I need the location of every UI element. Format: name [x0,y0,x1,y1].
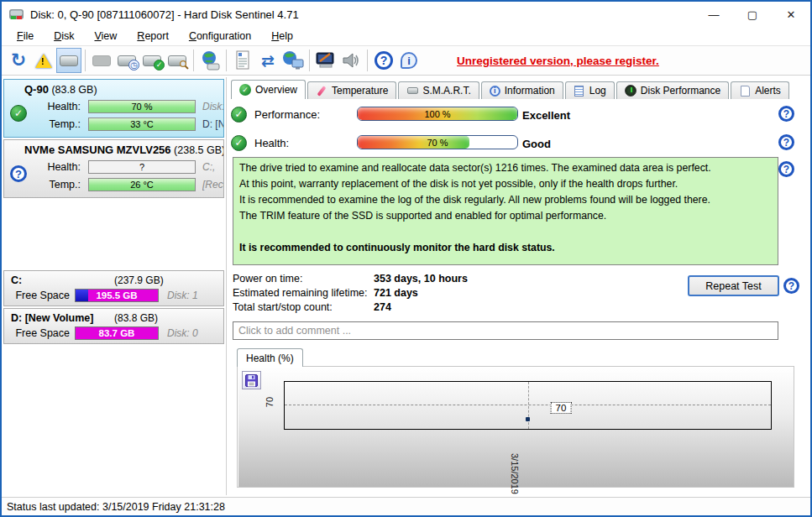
refresh-icon[interactable]: ↻ [6,48,31,73]
toolbar-separator [193,50,194,71]
status-line: The TRIM feature of the SSD is supported… [239,208,772,224]
volume-letters: C:, [202,161,223,173]
comment-input[interactable] [233,321,778,340]
toolbar-separator [309,50,310,71]
disk-number: Disk: 0 [167,327,198,339]
stat-value: 721 days [374,287,418,299]
menu-disk[interactable]: Disk [44,29,84,44]
temp-bar: 26 °C [88,178,196,191]
tab-temperature[interactable]: Temperature [307,81,396,99]
status-ok-icon: ✓ [231,107,247,123]
tab-alerts[interactable]: Alerts [731,81,789,99]
tab-overview[interactable]: ✓ Overview [231,80,306,99]
window-title: Disk: 0, Q-90 [087111060072] - Hard Disk… [30,8,299,21]
minimize-button[interactable]: — [694,2,733,27]
check-icon: ✓ [239,84,251,96]
pc-test-icon[interactable] [313,48,338,73]
health-bar: 70 % [88,100,196,113]
volume-label: [Recovery] [202,179,223,191]
status-bar: Status last updated: 3/15/2019 Friday 21… [2,497,810,515]
performance-label: Performance: [254,108,351,121]
disk-clock-icon[interactable]: ◷ [114,48,139,73]
tab-label: Overview [255,84,297,96]
disk-number: Disk: 1 [167,290,198,301]
warning-icon[interactable]: ! [31,48,56,73]
stat-label: Estimated remaining lifetime: [233,287,367,299]
tab-disk-performance[interactable]: Disk Performance [616,81,729,99]
disk-panel-q90[interactable]: Q-90 (83.8 GB) ✓ Health: 70 % Disk: 0 Te… [3,79,224,138]
disk-info-icon[interactable] [56,48,81,73]
disk-search-icon[interactable] [165,48,190,73]
x-axis-tick: 3/15/2019 [510,453,520,494]
status-text: Status last updated: 3/15/2019 Friday 21… [7,501,225,513]
stat-value: 274 [374,301,391,313]
tab-label: Information [505,85,555,97]
menu-file[interactable]: File [7,29,44,44]
tab-information[interactable]: i Information [481,81,563,99]
status-line: The drive tried to examine and reallocat… [239,160,772,176]
health-label: Health: [254,137,351,149]
close-button[interactable]: ✕ [772,2,810,27]
status-line-bold: It is recommended to continuously monito… [239,240,772,256]
help-icon[interactable]: ? [778,134,794,150]
world-disk-icon[interactable] [197,48,223,73]
menu-bar: File Disk View Report Configuration Help [2,27,810,45]
performance-row: ✓ Performance: [231,105,351,123]
menu-report[interactable]: Report [127,29,179,44]
tab-log[interactable]: Log [565,81,615,99]
help-icon[interactable]: ? [778,106,794,122]
tab-bar: ✓ Overview Temperature S.M.A.R.T. i Info… [231,80,791,99]
disk-ok-icon[interactable]: ✓ [139,48,165,73]
status-text-box[interactable]: The drive tried to examine and reallocat… [233,157,778,265]
tab-smart[interactable]: S.M.A.R.T. [398,81,479,99]
toolbar-separator [85,50,86,71]
status-line: It is recommended to examine the log of … [239,192,772,208]
info-icon: i [490,86,500,97]
toolbar-separator [226,50,227,71]
disk-name: Q-90 [24,83,49,96]
save-chart-button[interactable] [242,371,261,389]
menu-help[interactable]: Help [261,29,303,44]
tab-label: S.M.A.R.T. [422,85,470,97]
register-link[interactable]: Unregistered version, please register. [457,55,659,67]
free-space-bar: 195.5 GB [75,289,159,302]
health-row: ✓ Health: [231,133,351,152]
performance-meter: 100 % [357,107,518,121]
toolbar: ↻ ! ◷ ✓ [2,45,810,76]
menu-view[interactable]: View [84,29,127,44]
info-icon[interactable]: i [396,48,422,73]
gridline-vertical [528,382,529,429]
repeat-test-button[interactable]: Repeat Test [688,275,779,296]
help-icon[interactable]: ? [371,48,396,73]
thermometer-icon [316,85,327,97]
disk-icon [406,85,418,97]
plot-area: 70 [284,381,772,430]
help-icon[interactable]: ? [778,161,794,177]
disk-number: Disk: 0 [202,101,223,112]
maximize-button[interactable]: ▢ [733,2,772,27]
partition-panel-c[interactable]: C: (237.9 GB) Free Space 195.5 GB Disk: … [3,270,224,306]
main-panel: ✓ Overview Temperature S.M.A.R.T. i Info… [227,77,810,495]
menu-configuration[interactable]: Configuration [179,29,261,44]
disk-size: (83.8 GB) [51,84,97,96]
y-axis-tick: 70 [265,397,275,407]
sidebar-spacer [3,200,224,270]
free-space-label: Free Space [4,327,75,339]
alerts-icon [739,85,751,97]
sync-icon[interactable]: ⇄ [255,48,280,73]
stat-value: 353 days, 10 hours [374,273,468,285]
network-icon[interactable] [280,48,306,73]
status-line: At this point, warranty replacement of t… [239,176,772,192]
sound-icon[interactable] [338,48,364,73]
tab-label: Alerts [755,85,781,97]
chart-tab-health[interactable]: Health (%) [237,348,303,367]
free-space-label: Free Space [4,290,75,301]
help-icon[interactable]: ? [783,278,799,294]
disk-size: (238.5 GB) [174,144,223,156]
disk-sidebar: Q-90 (83.8 GB) ✓ Health: 70 % Disk: 0 Te… [2,77,227,495]
health-chart: 70 70 3/15/2019 [237,366,794,488]
disk-panel-nvme[interactable]: NVMe SAMSUNG MZVLV256 (238.5 GB) D ? Hea… [3,139,224,198]
report-icon[interactable] [230,48,255,73]
partition-name: C: [11,274,22,286]
partition-panel-d[interactable]: D: [New Volume] (83.8 GB) Free Space 83.… [3,308,224,344]
